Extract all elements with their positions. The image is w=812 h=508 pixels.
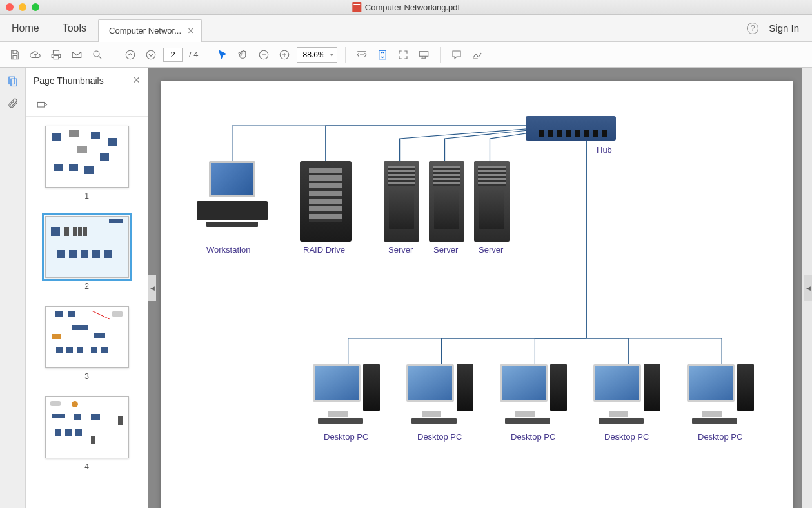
thumbnail-page-4[interactable]: 4 xyxy=(26,396,148,471)
close-window-button[interactable] xyxy=(6,3,14,11)
save-icon[interactable] xyxy=(6,46,23,63)
thumbnails-options-icon[interactable] xyxy=(34,97,50,113)
left-rail xyxy=(0,68,26,508)
thumbnail-number: 4 xyxy=(84,462,89,471)
pdf-file-icon xyxy=(352,2,361,12)
workstation-device xyxy=(190,161,274,239)
page-number-input[interactable] xyxy=(163,48,183,62)
thumbnail-page-2[interactable]: 2 xyxy=(26,216,148,291)
server-device-2 xyxy=(429,161,464,242)
desktop-pc-1 xyxy=(313,364,390,429)
fit-page-icon[interactable] xyxy=(374,46,391,63)
thumbnail-page-1[interactable]: 1 xyxy=(26,126,148,200)
fullscreen-icon[interactable] xyxy=(395,46,411,63)
thumbnails-list[interactable]: 1 2 xyxy=(26,117,148,508)
desktop-pc-4 xyxy=(593,364,671,429)
svg-rect-6 xyxy=(419,51,428,56)
thumbnail-number: 1 xyxy=(84,191,89,200)
zoom-select[interactable]: 88.6% xyxy=(297,47,337,63)
thumbnails-panel: Page Thumbnails × 1 xyxy=(26,68,148,508)
network-diagram: Hub Workstation RAID Drive Server Server… xyxy=(161,81,793,508)
help-icon[interactable]: ? xyxy=(747,23,758,34)
read-mode-icon[interactable] xyxy=(415,46,432,63)
sign-icon[interactable] xyxy=(469,46,486,63)
pointer-tool-icon[interactable] xyxy=(214,46,231,63)
hand-tool-icon[interactable] xyxy=(235,46,252,63)
document-tab-label: Computer Networ... xyxy=(109,26,181,35)
desktop-label-3: Desktop PC xyxy=(511,432,555,442)
comment-icon[interactable] xyxy=(448,46,465,63)
hub-device xyxy=(526,116,616,141)
document-view[interactable]: ◀ ◀ Hub xyxy=(148,68,812,508)
server-label-1: Server xyxy=(388,245,413,255)
page-total: / 4 xyxy=(189,50,198,59)
svg-point-0 xyxy=(94,51,99,57)
next-page-icon[interactable] xyxy=(143,46,159,63)
zoom-in-icon[interactable] xyxy=(276,46,293,63)
server-device-3 xyxy=(474,161,510,242)
thumbnails-title: Page Thumbnails xyxy=(34,75,104,86)
desktop-pc-5 xyxy=(687,364,764,429)
svg-rect-7 xyxy=(9,77,15,84)
thumbnail-number: 2 xyxy=(84,282,89,291)
desktop-label-1: Desktop PC xyxy=(324,432,368,442)
server-label-2: Server xyxy=(433,245,458,255)
expand-tools-handle[interactable]: ◀ xyxy=(804,275,812,301)
document-tab[interactable]: Computer Networ... × xyxy=(98,19,202,42)
home-tab[interactable]: Home xyxy=(0,23,51,34)
desktop-label-2: Desktop PC xyxy=(417,432,462,442)
svg-point-2 xyxy=(146,50,155,59)
fit-width-icon[interactable] xyxy=(353,46,370,63)
desktop-pc-3 xyxy=(500,364,577,429)
server-label-3: Server xyxy=(479,245,503,255)
attachments-panel-icon[interactable] xyxy=(6,96,20,110)
thumbnails-panel-icon[interactable] xyxy=(6,74,20,88)
print-icon[interactable] xyxy=(48,46,64,63)
workstation-label: Workstation xyxy=(206,245,250,255)
maximize-window-button[interactable] xyxy=(32,3,39,11)
sign-in-button[interactable]: Sign In xyxy=(769,23,799,34)
cloud-upload-icon[interactable] xyxy=(27,46,44,63)
server-device-1 xyxy=(384,161,419,242)
desktop-pc-2 xyxy=(406,364,484,429)
minimize-window-button[interactable] xyxy=(19,3,26,11)
svg-point-1 xyxy=(126,50,135,59)
email-icon[interactable] xyxy=(68,46,85,63)
raid-device xyxy=(300,161,352,242)
desktop-label-4: Desktop PC xyxy=(604,432,649,442)
close-panel-icon[interactable]: × xyxy=(133,73,140,87)
thumbnail-page-3[interactable]: 3 xyxy=(26,306,148,381)
tab-close-icon[interactable]: × xyxy=(188,25,193,37)
svg-rect-8 xyxy=(11,79,17,86)
menubar: Home Tools Computer Networ... × ? Sign I… xyxy=(0,15,812,42)
thumbnail-number: 3 xyxy=(84,372,89,381)
window-titlebar: Computer Networking.pdf xyxy=(0,0,812,15)
page-content: Hub Workstation RAID Drive Server Server… xyxy=(161,81,793,508)
toolbar: / 4 88.6% xyxy=(0,42,812,68)
raid-label: RAID Drive xyxy=(303,245,345,255)
prev-page-icon[interactable] xyxy=(122,46,139,63)
hub-label: Hub xyxy=(597,145,612,155)
desktop-label-5: Desktop PC xyxy=(698,432,742,442)
collapse-sidebar-handle[interactable]: ◀ xyxy=(148,275,156,301)
search-icon[interactable] xyxy=(89,46,106,63)
tools-tab[interactable]: Tools xyxy=(51,23,98,34)
zoom-out-icon[interactable] xyxy=(255,46,272,63)
window-title: Computer Networking.pdf xyxy=(365,3,460,12)
svg-rect-9 xyxy=(37,102,45,107)
